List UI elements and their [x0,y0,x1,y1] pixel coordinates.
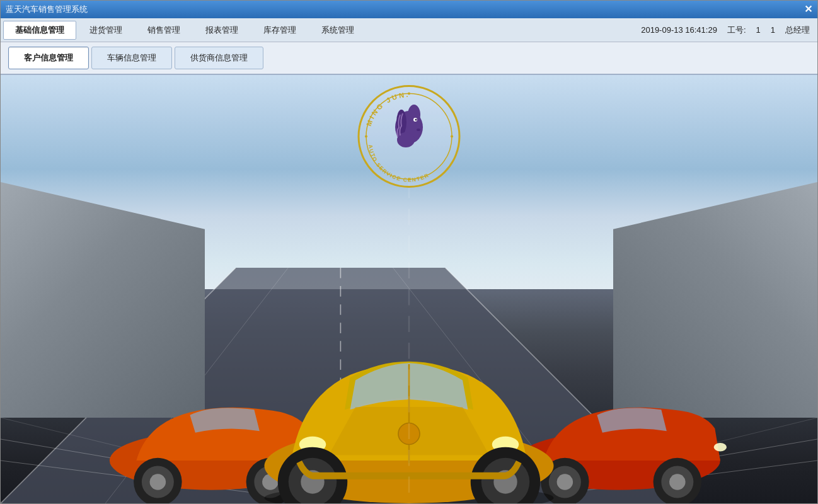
work-id-value: 1 [756,25,761,35]
title-bar: 蓝天汽车销售管理系统 ✕ [1,1,817,18]
svg-point-17 [408,93,410,95]
app-title: 蓝天汽车销售管理系统 [6,4,88,15]
menu-bar: 基础信息管理 进货管理 销售管理 报表管理 库存管理 系统管理 2019-09-… [1,18,817,42]
status-info: 2019-09-13 16:41:29 工号: 1 1 总经理 [641,25,815,36]
menu-item-system[interactable]: 系统管理 [309,21,366,40]
logo-svg: MING JUN. AUTO SERVICE CENTER [357,84,461,188]
svg-point-20 [451,135,453,138]
main-content: MING JUN. AUTO SERVICE CENTER [1,75,817,503]
sub-menu-customer-info[interactable]: 客户信息管理 [8,47,89,69]
menu-item-report[interactable]: 报表管理 [193,21,250,40]
svg-point-19 [365,135,367,138]
work-id-label: 工号: [727,25,746,36]
user-id-value: 1 [771,25,775,35]
car-right [517,408,727,503]
svg-point-15 [417,129,420,131]
svg-point-18 [408,178,410,181]
svg-point-24 [150,474,166,490]
logo-container: MING JUN. AUTO SERVICE CENTER [357,84,461,191]
menu-item-sales[interactable]: 销售管理 [135,21,192,40]
menu-item-inventory[interactable]: 库存管理 [251,21,308,40]
svg-point-36 [714,443,727,452]
datetime-display: 2019-09-13 16:41:29 [641,25,717,35]
sub-menu-bar: 客户信息管理 车辆信息管理 供货商信息管理 [1,42,817,75]
svg-point-35 [669,474,686,490]
svg-point-32 [557,474,573,490]
svg-point-11 [408,105,420,125]
sub-menu-vehicle-info[interactable]: 车辆信息管理 [91,47,172,69]
main-window: 蓝天汽车销售管理系统 ✕ 基础信息管理 进货管理 销售管理 报表管理 库存管理 … [0,0,818,504]
svg-point-14 [415,119,417,121]
role-label: 总经理 [785,25,810,36]
sub-menu-supplier-info[interactable]: 供货商信息管理 [175,47,263,69]
close-button[interactable]: ✕ [804,4,812,14]
menu-item-purchase[interactable]: 进货管理 [78,21,134,40]
menu-item-basic-info[interactable]: 基础信息管理 [3,21,76,40]
cars-svg [1,182,817,503]
